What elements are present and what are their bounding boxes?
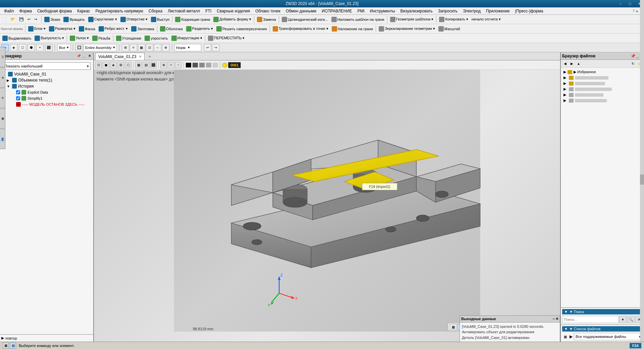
toolbar-simplify[interactable]: упростить [143, 35, 169, 42]
toolbar-copy[interactable]: Копировать ▾ [437, 16, 470, 23]
light-icon[interactable] [222, 63, 227, 67]
rp-forward-btn[interactable]: ▶ [569, 61, 575, 67]
toolbar-mirror-geom[interactable]: Зеркалирование геометрии ▾ [377, 26, 437, 32]
toolbar-template-face[interactable]: Наложить шаблон на грани [330, 16, 386, 23]
toolbar-boss[interactable]: Выпуклость ▾ [33, 35, 66, 42]
file-favorites[interactable]: ▶ ▶ Избранное [562, 69, 643, 75]
menu-pmi[interactable]: PMI [355, 8, 367, 14]
toolbar-draft[interactable]: Уклон ▾ [68, 35, 91, 42]
toolbar-cyl-bend[interactable]: Цилиндрический изги... [280, 16, 330, 23]
toolbar-undo[interactable]: ↩ [26, 16, 32, 22]
vp-zoom-out-icon[interactable]: − [175, 62, 182, 68]
tree-simplify[interactable]: Simplify1 [1, 95, 92, 101]
side-tab-3[interactable]: ⊕ [0, 88, 5, 108]
menu-file[interactable]: Файл [1, 8, 17, 14]
sel-icon-1[interactable]: 🔲 [75, 44, 83, 51]
toolbar-split[interactable]: Разделить ▾ [184, 26, 215, 32]
vp-shading-icon[interactable]: ◼ [103, 62, 109, 68]
menu-press[interactable]: (Пресс-)форма [512, 8, 546, 14]
rp-up-btn[interactable]: ▲ [576, 61, 582, 67]
file-view-icon[interactable]: ▦ [562, 334, 568, 340]
toolbar-move[interactable]: ПЕРЕМЕСТИТЬ ▾ [206, 35, 247, 42]
sel-body-btn[interactable]: ⬛ [45, 44, 52, 51]
toolbar-open[interactable]: 📂 [9, 16, 17, 22]
add-tab-btn[interactable]: + [146, 53, 153, 60]
model-3d-view[interactable]: F24 (Import1) Z X Y [94, 70, 560, 332]
rp-refresh-btn[interactable]: ↻ [630, 61, 636, 67]
menu-welding[interactable]: Сварные изделия [214, 8, 253, 14]
bottom-section[interactable]: ▶ повтор [0, 334, 93, 342]
toolbar-save[interactable]: 💾 [17, 16, 25, 22]
sel-face-btn[interactable]: ⬡ [19, 44, 26, 51]
menu-visualize[interactable]: Визуализировать [398, 8, 435, 14]
rp-back-btn[interactable]: ◀ [562, 61, 568, 67]
assembly-dropdown[interactable]: Entire Assembly ▾ [84, 44, 117, 51]
right-scrollbar[interactable] [640, 52, 644, 342]
menu-shape[interactable]: Форма [17, 8, 35, 14]
statusbar-shade-btn[interactable]: ▤ [10, 343, 16, 349]
manager-minimize-icon[interactable]: _ [82, 54, 87, 58]
toolbar-inlay[interactable]: Инкрустация ▾ [170, 35, 204, 42]
vp-edge-icon[interactable]: ⬡ [125, 62, 131, 68]
sel-wire-btn[interactable]: ◈ [10, 44, 17, 51]
vp-render-icon[interactable]: ◈ [110, 62, 117, 68]
vp-zoom-fit-icon[interactable]: ⊕ [160, 62, 167, 68]
toolbar-chamfer[interactable]: Фаска [77, 26, 97, 32]
toolbar-fillet[interactable]: Скругление ▾ [87, 16, 119, 23]
norm-icon-1[interactable]: ↩ [204, 44, 211, 51]
toolbar-new[interactable]: 📄 [1, 16, 9, 22]
toolbar-origin[interactable]: начало отсчета ▾ [470, 16, 502, 22]
side-tab-1[interactable]: ☰ [0, 47, 5, 67]
toolbar-block[interactable]: Блок ▾ [26, 26, 47, 32]
toolbar-transform-point[interactable]: Трансформировать в точке ▾ [271, 26, 330, 32]
toolbar-self-intersect[interactable]: Решить самопересечения [215, 26, 269, 32]
tree-solid[interactable]: ▶ Объемное тело(1) [1, 77, 92, 83]
toolbar-sketch[interactable]: Эскиз [43, 16, 62, 23]
filter-dropdown[interactable]: Все ▾ [57, 44, 70, 51]
manager-close-icon[interactable]: ✕ [87, 54, 92, 58]
tree-model-stop[interactable]: ↔ ----- МОДЕЛЬ ОСТАНОВ ЗДЕСЬ ----- [1, 101, 92, 107]
sel-edge-btn[interactable]: ⬢ [28, 44, 35, 51]
sel-icon-6[interactable]: ↔ [154, 44, 161, 51]
sel-icon-4[interactable]: ▦ [138, 44, 145, 51]
file-list-header[interactable]: ▼ ▼ Список файлов [562, 326, 643, 332]
f24-status-btn[interactable]: F24 [630, 343, 641, 348]
sel-vertex-btn[interactable]: • [36, 44, 44, 51]
vp-iso-icon[interactable]: ⬛ [150, 62, 157, 68]
file-folder-3[interactable]: ▶ [562, 86, 643, 92]
search-input[interactable] [562, 316, 619, 323]
vp-section-icon[interactable]: ⊞ [117, 62, 124, 68]
menu-exchange[interactable]: Обмен данными [283, 8, 319, 14]
viewport-tab-main[interactable]: VoluMill_Case_01.Z3 ✕ [95, 53, 145, 60]
sel-icon-2[interactable]: ⊞ [122, 44, 129, 51]
show-largest-dropdown[interactable]: Показать наибольший ▾ [3, 62, 91, 70]
norm-dropdown[interactable]: Норм. ▾ [174, 44, 201, 51]
toolbar-blank[interactable]: Заготовка [129, 26, 156, 32]
menu-tools[interactable]: Инструменты [367, 8, 398, 14]
menu-point-cloud[interactable]: Облако точек [253, 8, 283, 14]
menu-assembly[interactable]: Сборка [146, 8, 165, 14]
toolbar-thicken[interactable]: Утолщение [114, 35, 143, 42]
manager-pin-icon[interactable]: 📌 [76, 54, 81, 58]
search-dropdown-btn[interactable]: ▾ [619, 316, 627, 323]
sel-icon-7[interactable]: ⊕ [162, 44, 169, 51]
check-explicit[interactable] [16, 90, 20, 94]
vp-top-icon[interactable]: ▦ [135, 62, 142, 68]
output-close-icon[interactable]: ✕ [555, 317, 558, 321]
menu-direct-edit[interactable]: Редактировать напрямую [93, 8, 146, 14]
toolbar-rib[interactable]: Ребро жест. ▾ [97, 26, 129, 32]
tab-close-icon[interactable]: ✕ [139, 55, 142, 58]
tree-history[interactable]: ▼ История [1, 83, 92, 89]
vp-perspective-icon[interactable]: ⊡ [95, 62, 102, 68]
toolbar-thread[interactable]: Резьба [91, 35, 112, 42]
menu-frame[interactable]: Каркас [74, 8, 93, 14]
side-tab-4[interactable]: ▣ [0, 108, 5, 129]
toolbar-scale[interactable]: Масштаб [437, 26, 462, 32]
menu-free-shape[interactable]: Свободная форма [35, 8, 74, 14]
menu-sheet-metal[interactable]: Листовой металл [165, 8, 203, 14]
toolbar-revolve[interactable]: Вращать [62, 16, 86, 23]
toolbar-hole[interactable]: Отверстие ▾ [119, 16, 149, 23]
norm-icon-2[interactable]: ↪ [212, 44, 219, 51]
statusbar-grid-btn[interactable]: ▦ [3, 343, 9, 349]
toolbar-redo[interactable]: ↪ [33, 16, 39, 22]
